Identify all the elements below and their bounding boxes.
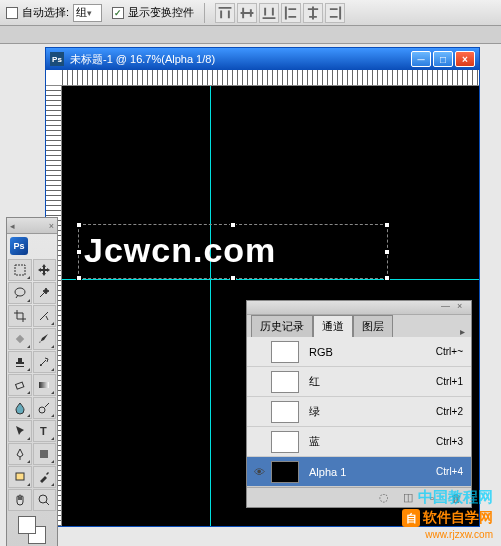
handle-tc[interactable] [230, 222, 236, 228]
pen-tool[interactable] [8, 443, 32, 465]
move-tool[interactable] [33, 259, 57, 281]
svg-rect-0 [15, 265, 25, 275]
chevron-down-icon: ▾ [87, 8, 99, 18]
align-bottom-button[interactable] [259, 3, 279, 23]
svg-rect-9 [16, 473, 24, 480]
minimize-button[interactable]: ─ [411, 51, 431, 67]
tab-layers[interactable]: 图层 [353, 315, 393, 337]
selection-type-combo[interactable]: 组 ▾ [73, 4, 102, 22]
svg-point-1 [15, 288, 25, 296]
channel-name: 绿 [303, 404, 432, 419]
color-swatches[interactable] [7, 512, 57, 546]
wand-tool[interactable] [33, 282, 57, 304]
visibility-icon[interactable]: 👁 [251, 464, 267, 480]
history-brush-tool[interactable] [33, 351, 57, 373]
slice-tool[interactable] [33, 305, 57, 327]
auto-select-checkbox[interactable] [6, 7, 18, 19]
svg-point-6 [39, 407, 45, 413]
gradient-tool[interactable] [33, 374, 57, 396]
handle-br[interactable] [384, 275, 390, 281]
watermark-url: www.rjzxw.com [425, 529, 493, 540]
channel-row[interactable]: RGBCtrl+~ [247, 337, 471, 367]
lasso-tool[interactable] [8, 282, 32, 304]
align-buttons [215, 3, 345, 23]
channel-thumbnail [271, 431, 299, 453]
handle-bc[interactable] [230, 275, 236, 281]
marquee-tool[interactable] [8, 259, 32, 281]
auto-select-group[interactable]: 自动选择: 组 ▾ [6, 4, 102, 22]
svg-text:T: T [40, 425, 47, 437]
dodge-tool[interactable] [33, 397, 57, 419]
handle-tr[interactable] [384, 222, 390, 228]
channel-shortcut: Ctrl+3 [436, 436, 467, 447]
handle-mr[interactable] [384, 249, 390, 255]
channel-row[interactable]: 红Ctrl+1 [247, 367, 471, 397]
watermark-text-1: 中国教程网 [418, 488, 493, 507]
channel-shortcut: Ctrl+~ [436, 346, 467, 357]
toolbar-strip [0, 26, 501, 44]
maximize-button[interactable]: □ [433, 51, 453, 67]
show-transform-label: 显示变换控件 [128, 5, 194, 20]
ps-file-icon: Ps [50, 52, 64, 66]
svg-point-10 [39, 495, 47, 503]
watermark-badge: 自 [402, 509, 420, 527]
handle-tl[interactable] [76, 222, 82, 228]
guide-horizontal[interactable] [62, 279, 479, 280]
align-hcenter-button[interactable] [303, 3, 323, 23]
svg-rect-5 [39, 382, 49, 388]
channel-name: 蓝 [303, 434, 432, 449]
load-selection-button[interactable]: ◌ [375, 491, 393, 505]
crop-tool[interactable] [8, 305, 32, 327]
panel-menu-icon[interactable]: ▸ [454, 326, 471, 337]
handle-ml[interactable] [76, 249, 82, 255]
zoom-tool[interactable] [33, 489, 57, 511]
align-left-button[interactable] [281, 3, 301, 23]
channel-row[interactable]: 绿Ctrl+2 [247, 397, 471, 427]
channel-thumbnail [271, 341, 299, 363]
ruler-horizontal[interactable] [46, 70, 479, 86]
svg-rect-2 [16, 335, 24, 343]
handle-bl[interactable] [76, 275, 82, 281]
type-tool[interactable]: T [33, 420, 57, 442]
channel-row[interactable]: 👁Alpha 1Ctrl+4 [247, 457, 471, 487]
eraser-tool[interactable] [8, 374, 32, 396]
align-right-button[interactable] [325, 3, 345, 23]
shape-tool[interactable] [33, 443, 57, 465]
close-button[interactable]: × [455, 51, 475, 67]
align-top-button[interactable] [215, 3, 235, 23]
path-select-tool[interactable] [8, 420, 32, 442]
notes-tool[interactable] [8, 466, 32, 488]
svg-point-3 [40, 364, 42, 366]
tools-panel: ◂× Ps T [6, 217, 58, 546]
panel-tabs: 历史记录 通道 图层 ▸ [247, 315, 471, 337]
align-vcenter-button[interactable] [237, 3, 257, 23]
tab-history[interactable]: 历史记录 [251, 315, 313, 337]
hand-tool[interactable] [8, 489, 32, 511]
window-titlebar[interactable]: Ps 未标题-1 @ 16.7%(Alpha 1/8) ─ □ × [46, 48, 479, 70]
guide-vertical[interactable] [210, 86, 211, 526]
options-bar: 自动选择: 组 ▾ 显示变换控件 [0, 0, 501, 26]
foreground-color-swatch[interactable] [18, 516, 36, 534]
show-transform-checkbox[interactable] [112, 7, 124, 19]
channel-list: RGBCtrl+~红Ctrl+1绿Ctrl+2蓝Ctrl+3👁Alpha 1Ct… [247, 337, 471, 487]
transform-box[interactable] [78, 224, 388, 279]
channel-name: RGB [303, 346, 432, 358]
stamp-tool[interactable] [8, 351, 32, 373]
channel-thumbnail [271, 401, 299, 423]
tab-channels[interactable]: 通道 [313, 315, 353, 337]
heal-tool[interactable] [8, 328, 32, 350]
channel-name: Alpha 1 [303, 466, 432, 478]
eyedropper-tool[interactable] [33, 466, 57, 488]
panel-minimize-icon[interactable]: — [441, 301, 451, 311]
blur-tool[interactable] [8, 397, 32, 419]
channel-shortcut: Ctrl+4 [436, 466, 467, 477]
panel-titlebar[interactable]: — × [247, 301, 471, 315]
svg-rect-8 [40, 450, 48, 458]
brush-tool[interactable] [33, 328, 57, 350]
panel-close-icon[interactable]: × [457, 301, 467, 311]
tools-header[interactable]: ◂× [7, 218, 57, 234]
channel-thumbnail [271, 461, 299, 483]
show-transform-group[interactable]: 显示变换控件 [112, 5, 194, 20]
auto-select-label: 自动选择: [22, 5, 69, 20]
channel-row[interactable]: 蓝Ctrl+3 [247, 427, 471, 457]
